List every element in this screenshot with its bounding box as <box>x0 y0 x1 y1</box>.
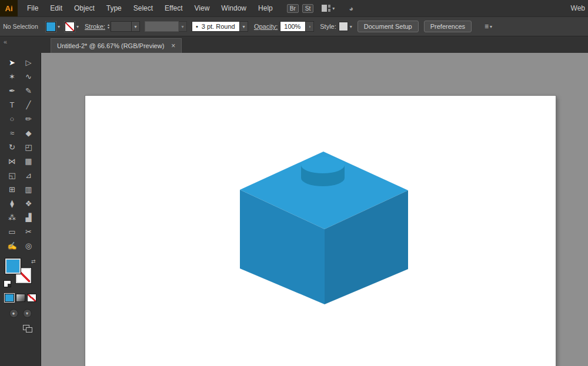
brush-preview-dot: • <box>196 23 198 30</box>
stroke-weight-dropdown-icon[interactable]: ▾ <box>132 21 140 32</box>
menu-file[interactable]: File <box>21 0 44 16</box>
curvature-tool[interactable]: ✎ <box>21 83 37 98</box>
sync-status-icon[interactable]: ◕ <box>349 4 353 13</box>
chevron-down-icon: ▾ <box>490 24 492 29</box>
chevron-down-icon: ▾ <box>179 21 187 32</box>
style-dropdown[interactable]: ▾ <box>339 22 352 31</box>
align-panel-dropdown[interactable]: ≡ ▾ <box>476 22 492 31</box>
document-setup-button[interactable]: Document Setup <box>358 21 419 32</box>
ellipse-tool[interactable]: ○ <box>4 112 21 126</box>
screen-mode-icon[interactable] <box>23 325 32 333</box>
mesh-tool[interactable]: ⊞ <box>4 182 21 196</box>
screen-mode-row <box>23 325 32 333</box>
type-tool[interactable]: T <box>4 98 21 112</box>
menu-select[interactable]: Select <box>128 0 159 16</box>
width-profile-dropdown[interactable]: ▾ <box>145 21 187 32</box>
perspective-grid-tool[interactable]: ⊿ <box>21 168 37 182</box>
align-icon: ≡ <box>485 22 488 31</box>
brick-stud-top[interactable] <box>301 157 345 173</box>
menubar: Ai FileEditObjectTypeSelectEffectViewWin… <box>0 0 588 16</box>
zoom-tool[interactable]: ◎ <box>21 239 37 253</box>
artboard-tool[interactable]: ▭ <box>4 224 21 239</box>
lego-brick-artwork[interactable] <box>235 147 412 308</box>
draw-mode-menu-icon[interactable]: ▾ <box>23 309 32 318</box>
drawing-modes-row: ● ▾ <box>9 309 32 318</box>
stroke-weight-label[interactable]: Stroke: <box>85 23 105 30</box>
arrange-documents-icon <box>322 5 330 12</box>
opacity-label[interactable]: Opacity: <box>254 23 278 30</box>
menu-type[interactable]: Type <box>101 0 128 16</box>
opacity-control[interactable]: 100% › <box>280 21 314 32</box>
blend-tool[interactable]: ❖ <box>21 196 37 210</box>
style-swatch[interactable] <box>339 22 348 31</box>
arrange-documents-dropdown[interactable]: ▾ <box>322 5 335 12</box>
opacity-field[interactable]: 100% <box>280 21 306 32</box>
magic-wand-tool[interactable]: ✶ <box>4 69 21 83</box>
shape-builder-tool[interactable]: ◱ <box>4 168 21 182</box>
width-tool[interactable]: ⋈ <box>4 154 21 168</box>
chevron-down-icon: ▾ <box>58 24 60 29</box>
lasso-tool[interactable]: ∿ <box>21 69 37 83</box>
color-button[interactable] <box>5 294 14 302</box>
scale-tool[interactable]: ◰ <box>21 140 37 154</box>
preferences-button[interactable]: Preferences <box>424 21 472 32</box>
close-tab-icon[interactable]: × <box>171 42 175 50</box>
menu-items: FileEditObjectTypeSelectEffectViewWindow… <box>21 0 279 16</box>
illustrator-logo: Ai <box>0 0 18 16</box>
fill-indicator[interactable] <box>5 258 21 274</box>
stroke-weight-stepper[interactable]: ▴▾ ▾ <box>108 21 140 32</box>
stroke-color-dropdown[interactable]: ▾ <box>65 22 79 32</box>
default-fill-stroke-icon[interactable] <box>4 281 11 287</box>
canvas[interactable] <box>41 53 588 366</box>
rotate-tool[interactable]: ↻ <box>4 140 21 154</box>
chevron-down-icon: ▾ <box>350 24 352 29</box>
artboard[interactable] <box>85 96 556 366</box>
workspace-switcher[interactable]: Web <box>571 4 588 12</box>
gradient-tool[interactable]: ▥ <box>21 182 37 196</box>
document-tab[interactable]: Untitled-2* @ 66.67% (RGB/Preview) × <box>51 38 182 53</box>
slice-tool[interactable]: ✂ <box>21 224 37 239</box>
gradient-button[interactable] <box>16 294 25 302</box>
control-bar: No Selection ▾ ▾ Stroke: ▴▾ ▾ ▾ • 3 pt. … <box>0 16 588 36</box>
symbol-sprayer-tool[interactable]: ⁂ <box>4 210 21 224</box>
brush-definition-field[interactable]: • 3 pt. Round <box>192 21 240 32</box>
opacity-expand-icon[interactable]: › <box>306 21 314 32</box>
pen-tool[interactable]: ✒ <box>4 83 21 98</box>
swap-fill-stroke-icon[interactable]: ⇄ <box>31 258 36 264</box>
shaper-tool[interactable]: ≈ <box>4 126 21 140</box>
collapse-panels-icon[interactable]: « <box>0 36 41 53</box>
stepper-arrows-icon[interactable]: ▴▾ <box>108 23 109 29</box>
bridge-button[interactable]: Br <box>287 4 299 13</box>
menu-help[interactable]: Help <box>252 0 279 16</box>
stroke-none-swatch[interactable] <box>65 22 75 32</box>
fill-color-dropdown[interactable]: ▾ <box>46 22 60 32</box>
chevron-down-icon: ▾ <box>76 24 79 29</box>
tools-panel: ➤▷✶∿✒✎T╱○✏≈◆↻◰⋈▦◱⊿⊞▥⧫❖⁂▟▭✂✍◎ ⇄ ● ▾ <box>0 53 41 366</box>
hand-tool[interactable]: ✍ <box>4 239 21 253</box>
stock-button[interactable]: St <box>302 4 313 13</box>
menu-effect[interactable]: Effect <box>159 0 188 16</box>
selection-status: No Selection <box>0 23 41 30</box>
line-segment-tool[interactable]: ╱ <box>21 98 37 112</box>
fill-stroke-indicator: ⇄ <box>4 258 37 287</box>
paintbrush-tool[interactable]: ✏ <box>21 112 37 126</box>
color-mode-row <box>5 294 36 302</box>
selection-tool[interactable]: ➤ <box>4 55 21 69</box>
fill-color-swatch[interactable] <box>46 22 56 32</box>
document-tab-bar: « Untitled-2* @ 66.67% (RGB/Preview) × <box>0 36 588 53</box>
menu-view[interactable]: View <box>189 0 216 16</box>
menu-edit[interactable]: Edit <box>44 0 68 16</box>
column-graph-tool[interactable]: ▟ <box>21 210 37 224</box>
draw-mode-icon[interactable]: ● <box>9 309 18 318</box>
brush-name: 3 pt. Round <box>202 23 235 30</box>
brush-definition-dropdown[interactable]: • 3 pt. Round ▾ <box>192 21 248 32</box>
chevron-down-icon: ▾ <box>240 21 248 32</box>
menu-window[interactable]: Window <box>215 0 252 16</box>
stroke-weight-field[interactable] <box>111 21 132 32</box>
none-button[interactable] <box>27 294 36 302</box>
menu-object[interactable]: Object <box>68 0 101 16</box>
free-transform-tool[interactable]: ▦ <box>21 154 37 168</box>
direct-selection-tool[interactable]: ▷ <box>21 55 37 69</box>
eraser-tool[interactable]: ◆ <box>21 126 37 140</box>
eyedropper-tool[interactable]: ⧫ <box>4 196 21 210</box>
